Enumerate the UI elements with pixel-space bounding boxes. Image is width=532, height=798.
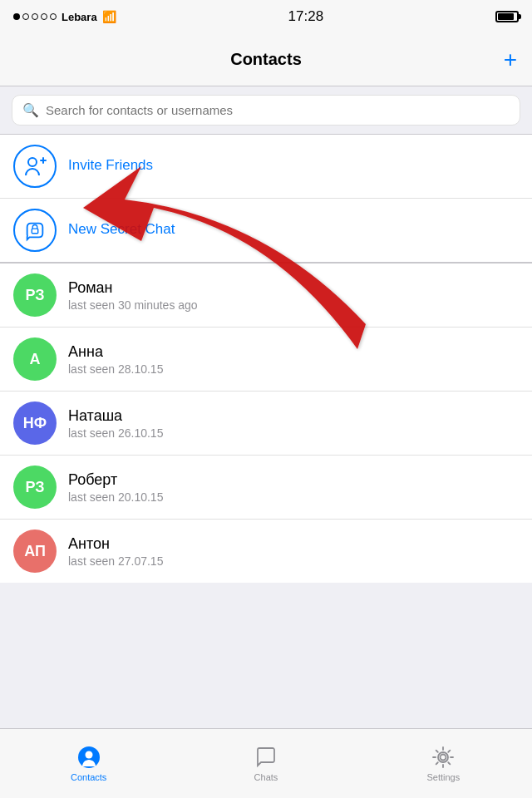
settings-tab-icon: [431, 746, 455, 769]
contact-item-anton[interactable]: АП Антон last seen 27.07.15: [0, 520, 532, 583]
contact-roman-status: last seen 30 minutes ago: [68, 298, 519, 312]
contacts-list: РЗ Роман last seen 30 minutes ago А Анна…: [0, 263, 532, 583]
signal-dot-3: [32, 13, 38, 20]
search-container: 🔍: [0, 86, 532, 134]
chats-tab-label: Chats: [254, 772, 278, 782]
carrier-label: Lebara: [62, 11, 97, 23]
contact-robert-content: Роберт last seen 20.10.15: [68, 471, 519, 504]
signal-dot-1: [13, 13, 20, 20]
contacts-tab-label: Contacts: [71, 772, 106, 782]
avatar-anna: А: [13, 337, 57, 381]
search-input[interactable]: [46, 103, 510, 117]
invite-friends-label: Invite Friends: [68, 157, 519, 174]
status-left: Lebara 📶: [13, 10, 116, 23]
invite-friends-icon: [13, 145, 57, 188]
status-right: [495, 11, 519, 22]
contact-anton-name: Антон: [68, 535, 519, 553]
signal-dot-2: [22, 13, 29, 20]
avatar-robert: РЗ: [13, 466, 57, 509]
chats-tab-icon: [254, 746, 278, 769]
signal-dot-5: [50, 13, 57, 20]
signal-dots: [13, 13, 57, 20]
contacts-tab-icon: [77, 746, 101, 769]
contact-item-natasha[interactable]: НФ Наташа last seen 26.10.15: [0, 392, 532, 456]
new-secret-chat-item[interactable]: New Secret Chat: [0, 199, 532, 262]
invite-friends-item[interactable]: Invite Friends: [0, 135, 532, 199]
add-contact-button[interactable]: +: [504, 48, 517, 71]
svg-point-6: [441, 754, 446, 760]
contact-anna-content: Анна last seen 28.10.15: [68, 343, 519, 376]
contact-roman-content: Роман last seen 30 minutes ago: [68, 279, 519, 312]
avatar-roman: РЗ: [13, 273, 57, 317]
contact-natasha-name: Наташа: [68, 407, 519, 425]
avatar-anton: АП: [13, 530, 57, 573]
person-add-svg: [22, 154, 47, 179]
new-secret-chat-label: New Secret Chat: [68, 221, 519, 238]
signal-dot-4: [41, 13, 47, 20]
status-time: 17:28: [288, 8, 324, 25]
new-secret-chat-content: New Secret Chat: [68, 221, 519, 239]
page-title: Contacts: [230, 50, 302, 69]
svg-point-5: [85, 751, 92, 758]
contact-robert-status: last seen 20.10.15: [68, 490, 519, 504]
search-bar[interactable]: 🔍: [12, 95, 520, 126]
contact-robert-name: Роберт: [68, 471, 519, 489]
contact-anna-status: last seen 28.10.15: [68, 362, 519, 376]
contact-anton-status: last seen 27.07.15: [68, 554, 519, 568]
contact-natasha-content: Наташа last seen 26.10.15: [68, 407, 519, 440]
navigation-bar: Contacts +: [0, 33, 532, 86]
status-bar: Lebara 📶 17:28: [0, 0, 532, 33]
contact-natasha-status: last seen 26.10.15: [68, 426, 519, 440]
contact-anton-content: Антон last seen 27.07.15: [68, 535, 519, 568]
lock-bubble-svg: [23, 219, 47, 242]
tab-chats[interactable]: Chats: [177, 729, 354, 798]
svg-rect-3: [32, 229, 37, 234]
search-icon: 🔍: [22, 102, 39, 118]
battery-fill: [498, 13, 514, 20]
contact-item-roman[interactable]: РЗ Роман last seen 30 minutes ago: [0, 264, 532, 328]
contact-item-anna[interactable]: А Анна last seen 28.10.15: [0, 328, 532, 392]
tab-contacts[interactable]: Contacts: [0, 729, 177, 798]
tab-settings[interactable]: Settings: [355, 729, 532, 798]
wifi-icon: 📶: [102, 10, 116, 23]
avatar-natasha: НФ: [13, 401, 57, 445]
new-secret-chat-icon: [13, 209, 57, 252]
contact-item-robert[interactable]: РЗ Роберт last seen 20.10.15: [0, 456, 532, 520]
invite-friends-content: Invite Friends: [68, 157, 519, 175]
contact-anna-name: Анна: [68, 343, 519, 361]
svg-point-0: [28, 158, 37, 166]
battery-icon: [495, 11, 519, 22]
settings-tab-label: Settings: [426, 772, 460, 782]
tab-bar: Contacts Chats Settings: [0, 728, 532, 798]
contact-roman-name: Роман: [68, 279, 519, 297]
action-list: Invite Friends New Secret Chat: [0, 134, 532, 263]
